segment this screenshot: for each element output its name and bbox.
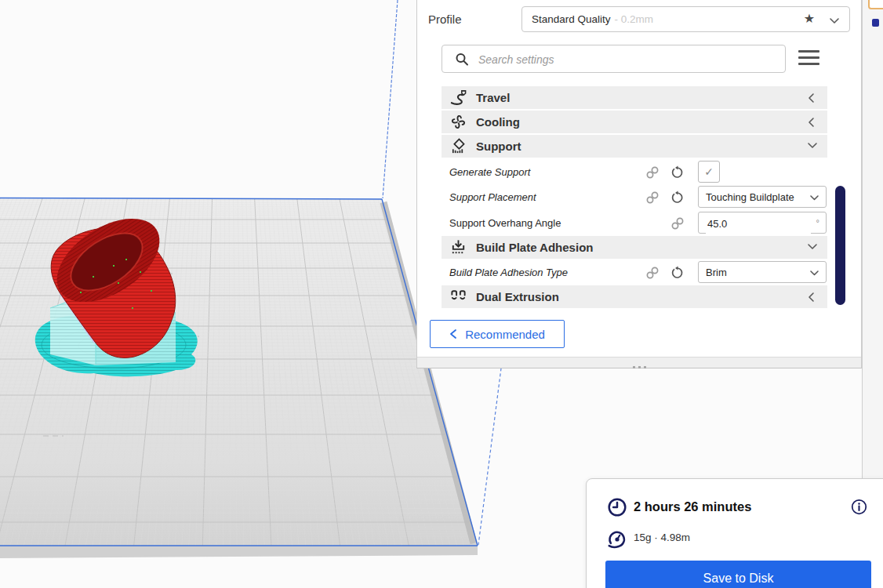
category-dual-extrusion[interactable]: Dual Extrusion <box>442 285 827 308</box>
chevron-left-icon <box>807 93 816 103</box>
adhesion-type-dropdown[interactable]: Brim <box>698 261 827 283</box>
build-plate-adhesion-icon <box>449 238 467 256</box>
revert-icon[interactable] <box>670 266 685 280</box>
search-settings-box <box>442 45 786 73</box>
cooling-icon <box>449 113 467 131</box>
revert-icon[interactable] <box>670 165 685 180</box>
category-support[interactable]: Support <box>442 135 827 158</box>
search-icon <box>454 52 470 67</box>
settings-scrollbar[interactable] <box>835 186 845 305</box>
setting-label: Generate Support <box>449 161 530 183</box>
star-icon[interactable]: ★ <box>804 11 815 26</box>
chevron-left-icon <box>807 292 816 303</box>
dropdown-value: Brim <box>706 267 727 278</box>
overhang-angle-field: ° <box>698 212 827 234</box>
save-to-disk-button[interactable]: Save to Disk <box>605 561 871 588</box>
chevron-down-icon <box>809 194 819 202</box>
unit-label: ° <box>816 218 819 227</box>
dual-extrusion-icon <box>449 288 467 306</box>
support-placement-dropdown[interactable]: Touching Buildplate <box>698 186 827 208</box>
category-cooling[interactable]: Cooling <box>442 111 827 133</box>
category-label: Build Plate Adhesion <box>476 236 593 259</box>
profile-label: Profile <box>428 13 462 26</box>
category-label: Travel <box>476 86 510 109</box>
search-input[interactable] <box>477 46 778 73</box>
link-icon[interactable] <box>645 165 660 180</box>
dropdown-value: Touching Buildplate <box>706 191 794 203</box>
link-icon[interactable] <box>670 216 685 230</box>
chevron-left-icon <box>807 117 816 128</box>
chevron-down-icon <box>829 15 840 29</box>
setting-label: Support Overhang Angle <box>449 212 561 234</box>
recommended-mode-button[interactable]: Recommended <box>430 320 565 348</box>
print-time: 2 hours 26 minutes <box>634 499 751 514</box>
setting-build-plate-adhesion-type: Build Plate Adhesion Type Brim <box>442 261 827 284</box>
category-travel[interactable]: Travel <box>442 86 827 109</box>
info-icon[interactable] <box>851 499 867 515</box>
link-icon[interactable] <box>645 191 660 205</box>
spool-icon <box>607 529 627 550</box>
category-label: Support <box>476 135 521 158</box>
menu-icon[interactable] <box>798 50 819 67</box>
category-label: Cooling <box>476 111 520 133</box>
panel-resize-handle[interactable] <box>417 357 861 368</box>
setting-support-overhang-angle: Support Overhang Angle ° <box>442 212 827 234</box>
link-icon[interactable] <box>645 266 660 280</box>
chevron-down-icon <box>807 242 818 252</box>
category-label: Dual Extrusion <box>476 285 559 308</box>
overhang-angle-input[interactable] <box>706 213 811 234</box>
recommended-label: Recommended <box>465 328 545 341</box>
setting-generate-support: Generate Support ✓ <box>442 161 827 183</box>
profile-value: Standard Quality <box>532 13 611 25</box>
chevron-left-icon <box>449 328 457 339</box>
print-job-panel: 2 hours 26 minutes 15g · 4.98m Save to D… <box>586 478 883 588</box>
toolbar-fragment-icon <box>872 19 879 27</box>
support-icon <box>449 137 467 155</box>
material-estimate: 15g · 4.98m <box>634 532 690 543</box>
generate-support-checkbox[interactable]: ✓ <box>698 161 720 183</box>
setting-support-placement: Support Placement Touching Buildplate <box>442 186 827 209</box>
profile-dropdown[interactable]: Standard Quality - 0.2mm ★ <box>521 6 850 32</box>
print-settings-panel: Profile Standard Quality - 0.2mm ★ Trave… <box>416 0 862 368</box>
profile-layer-height: - 0.2mm <box>615 13 654 25</box>
travel-icon <box>449 89 467 107</box>
chevron-down-icon <box>807 141 818 151</box>
category-build-plate-adhesion[interactable]: Build Plate Adhesion <box>442 236 827 259</box>
chevron-down-icon <box>809 269 819 278</box>
setting-label: Support Placement <box>449 186 536 209</box>
setting-label: Build Plate Adhesion Type <box>449 261 568 284</box>
clock-icon <box>607 497 627 517</box>
revert-icon[interactable] <box>670 191 685 205</box>
toolbar-fragment <box>868 0 883 9</box>
